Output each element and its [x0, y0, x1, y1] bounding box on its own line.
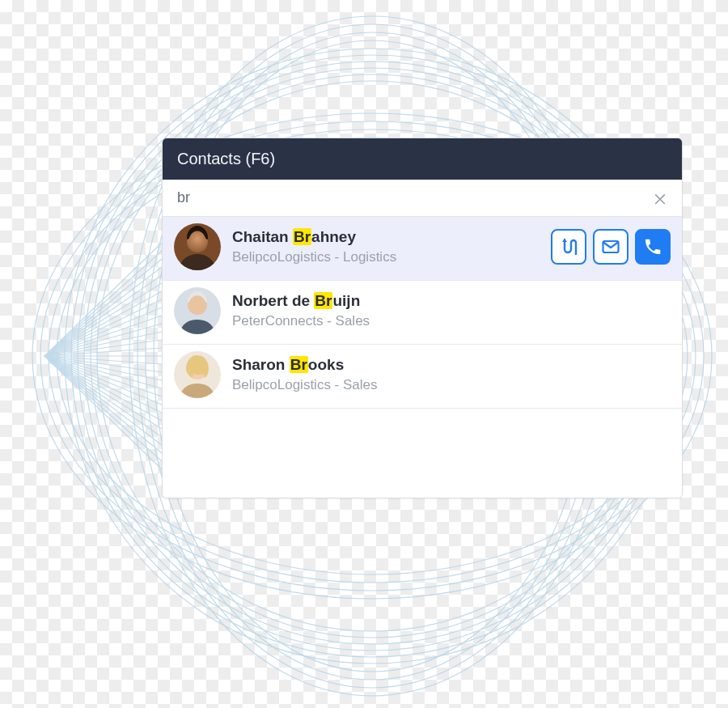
svg-line-43 [44, 356, 162, 469]
contact-info: Norbert de Bruijn PeterConnects - Sales [232, 291, 671, 330]
avatar [174, 287, 221, 334]
contact-row[interactable]: Sharon Brooks BelipcoLogistics - Sales [163, 345, 682, 409]
svg-line-37 [44, 356, 162, 421]
search-row [163, 180, 682, 217]
search-input[interactable] [174, 183, 646, 213]
contact-actions [551, 229, 671, 265]
contact-subtitle: PeterConnects - Sales [232, 312, 671, 330]
contacts-panel: Contacts (F6) [162, 138, 683, 498]
search-highlight: Br [293, 228, 311, 245]
avatar [174, 351, 221, 398]
phone-icon [643, 237, 662, 256]
envelope-icon [601, 237, 620, 256]
email-button[interactable] [593, 229, 629, 265]
list-empty-space [163, 409, 682, 498]
contact-row[interactable]: Norbert de Bruijn PeterConnects - Sales [163, 281, 682, 345]
transfer-button[interactable] [551, 229, 586, 265]
contact-list: Chaitan Brahney BelipcoLogistics - Logis… [163, 217, 682, 498]
contact-name: Norbert de Bruijn [232, 291, 671, 311]
close-icon [652, 190, 668, 206]
contact-name: Sharon Brooks [232, 355, 671, 375]
contact-subtitle: BelipcoLogistics - Sales [232, 376, 671, 394]
search-highlight: Br [314, 292, 332, 309]
contact-info: Sharon Brooks BelipcoLogistics - Sales [232, 355, 671, 394]
svg-line-21 [44, 291, 162, 356]
call-button[interactable] [635, 229, 671, 265]
search-highlight: Br [290, 356, 308, 373]
svg-line-38 [44, 356, 162, 429]
clear-search-button[interactable] [646, 184, 674, 212]
svg-line-15 [44, 243, 162, 356]
contact-name: Chaitan Brahney [232, 227, 540, 247]
panel-title: Contacts (F6) [163, 138, 682, 180]
transfer-icon [559, 237, 578, 256]
contact-info: Chaitan Brahney BelipcoLogistics - Logis… [232, 227, 540, 266]
contact-row[interactable]: Chaitan Brahney BelipcoLogistics - Logis… [163, 217, 682, 281]
contact-subtitle: BelipcoLogistics - Logistics [232, 248, 540, 266]
svg-line-20 [44, 283, 162, 356]
avatar [174, 223, 221, 270]
